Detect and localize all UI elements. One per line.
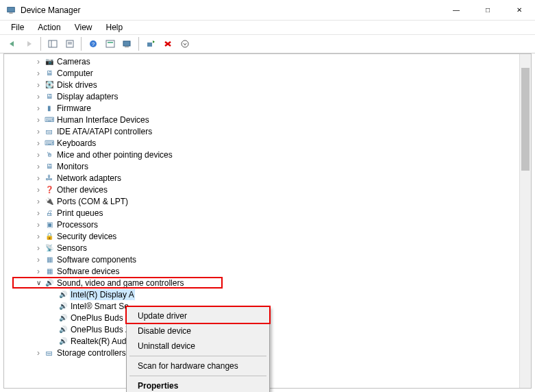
scan-hardware-button[interactable]: [119, 36, 135, 51]
device-icon: 🔊: [58, 289, 69, 300]
expander-icon[interactable]: [33, 79, 44, 90]
menu-action[interactable]: Action: [31, 21, 67, 34]
tree-label: Cameras: [57, 57, 90, 66]
svg-rect-1: [9, 12, 12, 13]
tree-label: Processors: [57, 220, 98, 230]
expander-icon[interactable]: [33, 184, 44, 195]
category-disk-drives[interactable]: 💽Disk drives: [4, 79, 531, 90]
minimize-button[interactable]: —: [440, 0, 472, 21]
properties-button[interactable]: [62, 36, 77, 51]
svg-rect-11: [123, 41, 130, 46]
update-button[interactable]: [102, 36, 118, 51]
expander-icon[interactable]: [33, 138, 44, 149]
device-icon: 💽: [44, 79, 55, 90]
context-menu-uninstall-device[interactable]: Uninstall device: [128, 339, 268, 354]
device-icon: 🖧: [44, 173, 55, 184]
tree-label: Monitors: [57, 162, 88, 171]
expander-icon[interactable]: [33, 126, 44, 137]
expander-icon[interactable]: [33, 208, 44, 219]
expander-icon[interactable]: [33, 219, 44, 230]
category-cameras[interactable]: 📷Cameras: [4, 56, 531, 67]
tree-label: Ports (COM & LPT): [57, 197, 128, 206]
category-software-components[interactable]: ▦Software components: [4, 254, 531, 265]
expander-icon[interactable]: [33, 161, 44, 172]
device-icon: 🖥: [44, 68, 55, 79]
titlebar: Device Manager — □ ✕: [0, 0, 535, 21]
svg-rect-13: [147, 42, 152, 47]
category-firmware[interactable]: ▮Firmware: [4, 102, 531, 114]
category-monitors[interactable]: 🖥Monitors: [4, 160, 531, 172]
help-button[interactable]: ?: [85, 36, 101, 51]
device-icon: 🖱: [44, 149, 55, 160]
device-item[interactable]: 🔊Intel(R) Display A: [4, 289, 531, 300]
expander-icon[interactable]: [33, 278, 44, 289]
category-software-devices[interactable]: ▦Software devices: [4, 265, 531, 277]
tree-label: IDE ATA/ATAPI controllers: [57, 127, 152, 136]
category-other-devices[interactable]: ❓Other devices: [4, 184, 531, 195]
category-ports-com-lpt-[interactable]: 🔌Ports (COM & LPT): [4, 195, 531, 207]
tree-label: Mice and other pointing devices: [57, 150, 173, 160]
context-menu-update-driver[interactable]: Update driver: [128, 308, 268, 323]
maximize-button[interactable]: □: [472, 0, 503, 21]
menu-help[interactable]: Help: [99, 21, 130, 34]
uninstall-button[interactable]: [160, 36, 175, 51]
expander-icon[interactable]: [33, 266, 44, 277]
svg-rect-12: [125, 47, 129, 47]
menu-view[interactable]: View: [68, 21, 99, 34]
expander-icon[interactable]: [33, 196, 44, 207]
context-menu-separator: [129, 356, 266, 356]
expander-icon: [47, 301, 58, 312]
tree-label: Intel® Smart So: [71, 302, 129, 311]
category-print-queues[interactable]: 🖨Print queues: [4, 207, 531, 219]
expander-icon[interactable]: [33, 103, 44, 114]
expander-icon[interactable]: [33, 149, 44, 160]
forward-button[interactable]: [21, 36, 37, 51]
scrollbar[interactable]: [519, 54, 531, 388]
category-human-interface-devices[interactable]: ⌨Human Interface Devices: [4, 114, 531, 125]
tree-label: Print queues: [57, 208, 103, 218]
action-button[interactable]: [177, 36, 192, 51]
category-display-adapters[interactable]: 🖥Display adapters: [4, 90, 531, 102]
back-button[interactable]: [4, 36, 20, 51]
close-button[interactable]: ✕: [503, 0, 535, 21]
tree-label: Disk drives: [57, 80, 97, 90]
category-ide-ata-atapi-controllers[interactable]: 🖴IDE ATA/ATAPI controllers: [4, 125, 531, 137]
context-menu: Update driverDisable deviceUninstall dev…: [126, 306, 270, 392]
tree-label: Sound, video and game controllers: [57, 278, 184, 288]
context-menu-disable-device[interactable]: Disable device: [128, 323, 268, 339]
add-legacy-button[interactable]: [142, 36, 158, 51]
context-menu-scan-for-hardware-changes[interactable]: Scan for hardware changes: [128, 358, 268, 373]
category-computer[interactable]: 🖥Computer: [4, 67, 531, 79]
expander-icon[interactable]: [33, 173, 44, 184]
category-network-adapters[interactable]: 🖧Network adapters: [4, 172, 531, 184]
expander-icon[interactable]: [33, 243, 44, 254]
menu-file[interactable]: File: [4, 21, 31, 34]
category-mice-and-other-pointing-devices[interactable]: 🖱Mice and other pointing devices: [4, 149, 531, 160]
tree-label: Software devices: [57, 267, 119, 276]
category-processors[interactable]: ▣Processors: [4, 219, 531, 230]
device-icon: 🖴: [44, 126, 55, 137]
tree-label: Realtek(R) Audio: [71, 336, 133, 346]
show-hide-tree-button[interactable]: [45, 36, 60, 51]
expander-icon[interactable]: [33, 56, 44, 67]
device-icon: 🔒: [44, 231, 55, 242]
expander-icon[interactable]: [33, 347, 44, 358]
tree-label: Firmware: [57, 103, 91, 113]
category-sound-video-game[interactable]: 🔊Sound, video and game controllers: [4, 277, 531, 289]
tree-label: Sensors: [57, 243, 87, 253]
context-menu-properties[interactable]: Properties: [128, 378, 268, 392]
category-keyboards[interactable]: ⌨Keyboards: [4, 137, 531, 149]
tree-label: Other devices: [57, 185, 108, 195]
tree-label: Computer: [57, 69, 93, 78]
expander-icon[interactable]: [33, 68, 44, 79]
tree-label: Keyboards: [57, 138, 96, 148]
expander-icon[interactable]: [33, 231, 44, 242]
tree-label: Display adapters: [57, 92, 118, 101]
expander-icon[interactable]: [33, 254, 44, 265]
device-icon: 🔊: [58, 301, 69, 312]
category-security-devices[interactable]: 🔒Security devices: [4, 230, 531, 242]
expander-icon[interactable]: [33, 91, 44, 102]
category-sensors[interactable]: 📡Sensors: [4, 242, 531, 254]
expander-icon[interactable]: [33, 114, 44, 125]
device-icon: ⌨: [44, 138, 55, 149]
